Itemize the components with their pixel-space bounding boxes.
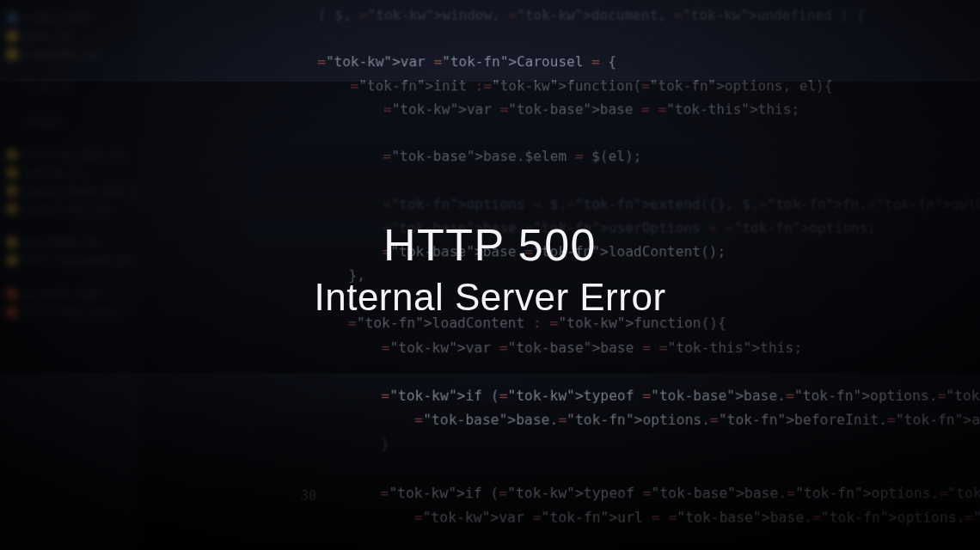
- sidebar-file-label: main.js: [22, 29, 70, 42]
- sidebar-file-label: images: [22, 114, 63, 127]
- code-line: ="tok-base">base.="tok-fn">options.="tok…: [313, 407, 971, 431]
- code-editor-content: ( $, ="tok-kw">window, ="tok-kw">documen…: [136, 0, 980, 550]
- line-number-gutter: 30: [301, 488, 316, 504]
- sidebar-file-label: jquery.min.js: [22, 202, 110, 215]
- sidebar-file-item[interactable]: config.js: [0, 163, 138, 181]
- sidebar-file-item[interactable]: util.carousel.js: [0, 251, 138, 269]
- code-line: }: [313, 432, 971, 456]
- code-line: [317, 27, 964, 50]
- sidebar-file-item[interactable]: function.min.js: [0, 145, 138, 163]
- code-line: [314, 359, 970, 383]
- sidebar-file-label: functions.init: [22, 305, 117, 318]
- sidebar-file-label: index.html: [22, 11, 89, 24]
- sidebar-file-item[interactable]: carousel.js: [0, 45, 138, 63]
- code-line: ="tok-fn">init :="tok-kw">function(="tok…: [317, 74, 965, 97]
- file-icon: [7, 13, 17, 23]
- file-sidebar: index.htmlmain.jscarousel.js Plugins ima…: [0, 0, 138, 550]
- sidebar-file-item[interactable]: functions.init: [0, 302, 138, 321]
- file-icon: [7, 132, 17, 143]
- code-line: [313, 456, 971, 480]
- file-icon: [7, 289, 17, 299]
- code-line: [312, 529, 973, 550]
- sidebar-file-item[interactable]: [0, 130, 138, 145]
- sidebar-file-item[interactable]: main.js: [0, 27, 138, 45]
- file-icon: [7, 31, 17, 41]
- file-icon: [7, 220, 17, 230]
- code-line: ="tok-fn">loadContent : ="tok-kw">functi…: [315, 311, 969, 335]
- sidebar-file-item[interactable]: account.html: [0, 284, 138, 302]
- code-line: },: [315, 263, 968, 287]
- file-icon: [7, 255, 17, 266]
- file-icon: [7, 150, 17, 160]
- file-icon: [7, 272, 17, 282]
- sidebar-file-item[interactable]: [0, 63, 138, 78]
- file-icon: [7, 307, 17, 317]
- file-icon: [7, 65, 17, 76]
- code-line: ( $, ="tok-kw">window, ="tok-kw">documen…: [318, 3, 964, 27]
- code-line: ="tok-base">base.="tok-fn">loadContent()…: [315, 240, 968, 264]
- file-icon: [7, 99, 17, 109]
- sidebar-file-label: util.carousel.js: [22, 254, 130, 266]
- code-line: ="tok-kw">var ="tok-base">base = ="tok-t…: [316, 97, 965, 120]
- sidebar-file-label: function.min.js: [22, 148, 123, 161]
- file-icon: [7, 204, 17, 214]
- sidebar-file-item[interactable]: images: [0, 112, 138, 130]
- code-line: ="tok-fn">options = $.="tok-fn">extend({…: [315, 192, 966, 216]
- sidebar-file-item[interactable]: index.html: [0, 9, 138, 27]
- code-line: ="tok-kw">if (="tok-kw">typeof ="tok-bas…: [313, 480, 972, 504]
- code-line: [315, 287, 969, 311]
- sidebar-file-label: app.base.js: [22, 235, 96, 248]
- sidebar-file-label: jquery.base.min.js: [22, 184, 138, 197]
- sidebar-file-item[interactable]: jquery.min.js: [0, 199, 138, 217]
- sidebar-file-label: Plugins: [22, 81, 70, 94]
- code-line: ="tok-kw">var ="tok-base">base = ="tok-t…: [314, 335, 969, 359]
- sidebar-file-label: carousel.js: [22, 47, 96, 60]
- sidebar-file-item[interactable]: jquery.base.min.js: [0, 181, 138, 199]
- file-icon: [7, 82, 17, 93]
- code-line: ="tok-base">base.$elem = $(el);: [316, 144, 966, 168]
- file-icon: [7, 186, 17, 196]
- code-line: ="tok-kw">if (="tok-kw">typeof ="tok-bas…: [314, 383, 971, 407]
- sidebar-file-item[interactable]: [0, 217, 138, 233]
- code-line: [316, 168, 966, 192]
- sidebar-file-item[interactable]: app.base.js: [0, 233, 138, 251]
- file-icon: [7, 116, 17, 126]
- code-line: ="tok-kw">var ="tok-fn">Carousel = {: [317, 50, 964, 73]
- sidebar-file-item[interactable]: [0, 96, 138, 112]
- sidebar-file-label: config.js: [22, 166, 83, 179]
- code-line: ="tok-kw">var ="tok-fn">url = ="tok-base…: [312, 505, 972, 529]
- sidebar-file-label: account.html: [22, 287, 103, 300]
- file-icon: [7, 237, 17, 248]
- code-line: [316, 121, 965, 144]
- code-line: ="tok-base">base.="tok-fn">userOptions =…: [315, 216, 967, 240]
- file-icon: [7, 49, 17, 59]
- sidebar-file-item[interactable]: [0, 269, 138, 284]
- file-icon: [7, 168, 17, 178]
- sidebar-file-item[interactable]: Plugins: [0, 78, 138, 96]
